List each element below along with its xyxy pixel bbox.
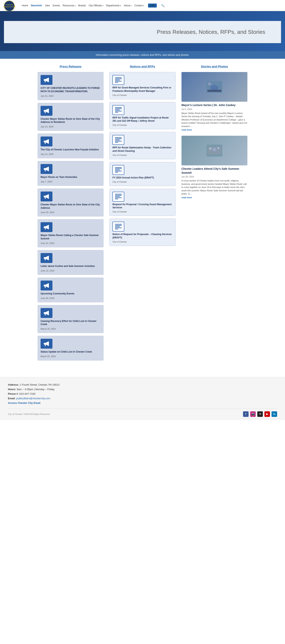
pr-card-1-title: CITY OF CHESTER RECRUITS LEADERS TO FORG… bbox=[40, 86, 100, 93]
story-1-read-more[interactable]: read more bbox=[182, 128, 248, 131]
megaphone-icon-8 bbox=[40, 280, 52, 290]
pr-card-6[interactable]: Mayor Stefan Roots Calling a Chester Saf… bbox=[38, 219, 104, 247]
notice-card-4[interactable]: FY 2024 Annual Action Plan (DRAFT) City … bbox=[110, 162, 175, 186]
notice-card-1-title: RFP for Grant Managed Services Consultin… bbox=[112, 86, 172, 93]
press-releases-column: Press Releases CITY OF CHESTER RECRUITS … bbox=[38, 65, 104, 363]
pr-card-8-title: Upcoming Community Events bbox=[40, 292, 100, 296]
nav-events[interactable]: Events bbox=[53, 4, 60, 7]
pr-card-9-date: March 26, 2024 bbox=[40, 328, 100, 330]
pr-card-9-title: Ceasing Recovery Effort for Child Lost i… bbox=[40, 320, 100, 326]
footer-email-label: Email bbox=[8, 397, 15, 400]
footer-phone-value: 610-447-7100 bbox=[20, 392, 36, 395]
pr-card-1[interactable]: CITY OF CHESTER RECRUITS LEADERS TO FORG… bbox=[38, 72, 104, 100]
notice-card-1[interactable]: RFP for Grant Managed Services Consultin… bbox=[110, 72, 175, 99]
footer-access: Access Chester City Email bbox=[8, 402, 277, 404]
svg-point-1 bbox=[208, 82, 211, 86]
nav-departments[interactable]: Departments bbox=[106, 4, 121, 7]
instagram-icon[interactable]: 📷 bbox=[250, 411, 256, 417]
nav-about[interactable]: About bbox=[124, 4, 132, 7]
nav-news[interactable]: News/Info bbox=[31, 4, 42, 7]
logo[interactable]: CHESTERPENNSYLVANIA bbox=[4, 0, 18, 10]
press-releases-title[interactable]: Press Releases bbox=[38, 65, 104, 68]
footer-address: Address: 1 Fourth Street, Chester, PA 19… bbox=[8, 383, 277, 386]
megaphone-icon-10 bbox=[40, 339, 52, 348]
pr-card-3[interactable]: The City of Chester Launches New Façade … bbox=[38, 134, 104, 158]
notice-card-6-org: City of Chester bbox=[112, 240, 172, 243]
megaphone-icon-5 bbox=[40, 192, 52, 202]
story-2-title: Chester Leaders Attend City's Safe Summe… bbox=[182, 167, 248, 175]
stories-title[interactable]: Stories and Photos bbox=[182, 65, 248, 68]
notice-card-5-title: Request for Proposal / Crossing Guard Ma… bbox=[112, 203, 172, 210]
youtube-icon[interactable]: ▶ bbox=[264, 411, 270, 417]
info-bar: Information concerning press releases, n… bbox=[0, 51, 285, 59]
footer-email-link[interactable]: publicaffairs@chestercity.com bbox=[16, 397, 50, 400]
footer-access-link[interactable]: Access Chester City Email bbox=[8, 402, 40, 404]
footer: Address: 1 Fourth Street, Chester, PA 19… bbox=[0, 377, 285, 420]
social-icons: f 📷 ✕ ▶ in bbox=[243, 411, 277, 417]
notice-card-5-org: City of Chester bbox=[112, 210, 172, 213]
notice-card-1-org: City of Chester bbox=[112, 94, 172, 96]
story-card-1[interactable]: Mayor's Lecture Series | Dr. John Caskey… bbox=[182, 72, 248, 131]
pr-card-7-date: June 12, 2024 bbox=[40, 270, 100, 272]
story-1-date: Jul 5, 2024 bbox=[182, 108, 248, 110]
notices-title[interactable]: Notices and RFPs bbox=[110, 65, 175, 68]
notice-card-5[interactable]: Request for Proposal / Crossing Guard Ma… bbox=[110, 189, 175, 216]
linkedin-icon[interactable]: in bbox=[272, 411, 277, 417]
three-columns: Press Releases CITY OF CHESTER RECRUITS … bbox=[38, 65, 248, 363]
nav-boards[interactable]: Boards bbox=[78, 4, 86, 7]
doc-icon-1 bbox=[112, 75, 124, 85]
story-card-2[interactable]: Chester Leaders Attend City's Safe Summe… bbox=[182, 136, 248, 199]
nav-live[interactable]: LIVE bbox=[148, 4, 157, 8]
pr-card-10-date: March 25, 2024 bbox=[40, 355, 100, 358]
pr-card-5[interactable]: Chester Mayor Stefan Roots to Give State… bbox=[38, 188, 104, 217]
pr-card-10[interactable]: Status Update on Child Lost in Chester C… bbox=[38, 336, 104, 360]
notice-card-3-org: City of Chester bbox=[112, 154, 172, 156]
facebook-icon[interactable]: f bbox=[243, 411, 248, 417]
pr-card-5-title: Chester Mayor Stefan Roots to Give State… bbox=[40, 203, 100, 210]
search-icon[interactable]: 🔍 bbox=[161, 4, 164, 7]
megaphone-icon-3 bbox=[40, 136, 52, 146]
megaphone-icon-9 bbox=[40, 308, 52, 318]
story-1-title: Mayor's Lecture Series | Dr. John Caskey bbox=[182, 103, 248, 107]
pr-card-4-date: July 7, 2024 bbox=[40, 180, 100, 183]
notice-card-6-title: Notice of Request for Proposals – Cleani… bbox=[112, 233, 172, 240]
pr-card-8[interactable]: Upcoming Community Events June 03, 2024 bbox=[38, 278, 104, 302]
doc-icon-2 bbox=[112, 105, 124, 115]
notice-card-2[interactable]: RFP for Traffic Signal Installation Proj… bbox=[110, 102, 175, 130]
pr-card-10-title: Status Update on Child Lost in Chester C… bbox=[40, 350, 100, 354]
story-2-read-more[interactable]: read more bbox=[182, 196, 248, 199]
nav-contact[interactable]: Contact bbox=[134, 4, 144, 7]
svg-point-8 bbox=[217, 147, 219, 149]
notice-card-3[interactable]: RFP for Route Optimization Study - Trash… bbox=[110, 132, 175, 159]
notices-column: Notices and RFPs RFP for Grant Managed S… bbox=[110, 65, 175, 249]
nav-city-officials[interactable]: City Officials bbox=[89, 4, 103, 7]
story-2-image bbox=[182, 136, 248, 166]
twitter-x-icon[interactable]: ✕ bbox=[257, 411, 263, 417]
svg-point-7 bbox=[213, 148, 216, 151]
pr-card-3-title: The City of Chester Launches New Façade … bbox=[40, 148, 100, 151]
story-2-text: A cross-section of Chester leaders from … bbox=[182, 179, 248, 196]
notice-card-6[interactable]: Notice of Request for Proposals – Cleani… bbox=[110, 218, 175, 246]
pr-card-3-date: July 15, 2024 bbox=[40, 153, 100, 155]
footer-hours-value: 9am – 4:30pm | Monday – Friday bbox=[17, 388, 54, 391]
pr-card-2-date: July 19, 2024 bbox=[40, 126, 100, 128]
notice-card-3-title: RFP for Route Optimization Study - Trash… bbox=[112, 146, 172, 153]
notice-card-4-title: FY 2024 Annual Action Plan (DRAFT) bbox=[112, 176, 172, 180]
pr-card-6-title: Mayor Stefan Roots Calling a Chester Saf… bbox=[40, 234, 100, 240]
pr-card-7[interactable]: Letter about Curfew and Safe Summer Acti… bbox=[38, 250, 104, 275]
pr-card-2-title: Chester Mayor Stefan Roots to Give State… bbox=[40, 117, 100, 124]
nav-resources[interactable]: Resources bbox=[63, 4, 76, 7]
footer-email: Email: publicaffairs@chestercity.com bbox=[8, 397, 277, 400]
nav-jobs[interactable]: Jobs bbox=[45, 4, 50, 7]
megaphone-icon-7 bbox=[40, 253, 52, 263]
svg-rect-3 bbox=[208, 90, 221, 92]
pr-card-2[interactable]: Chester Mayor Stefan Roots to Give State… bbox=[38, 103, 104, 131]
pr-card-4[interactable]: Mayor Roots on Teen Homicides July 7, 20… bbox=[38, 161, 104, 186]
megaphone-icon-6 bbox=[40, 222, 52, 232]
nav-home[interactable]: Home bbox=[22, 4, 28, 7]
pr-card-9[interactable]: Ceasing Recovery Effort for Child Lost i… bbox=[38, 305, 104, 333]
megaphone-icon-2 bbox=[40, 106, 52, 116]
footer-copyright: City of Chester. ©2024 All Rights Reserv… bbox=[8, 413, 50, 415]
pr-card-6-date: June 12, 2024 bbox=[40, 242, 100, 244]
footer-hours: Hours: 9am – 4:30pm | Monday – Friday bbox=[8, 388, 277, 391]
